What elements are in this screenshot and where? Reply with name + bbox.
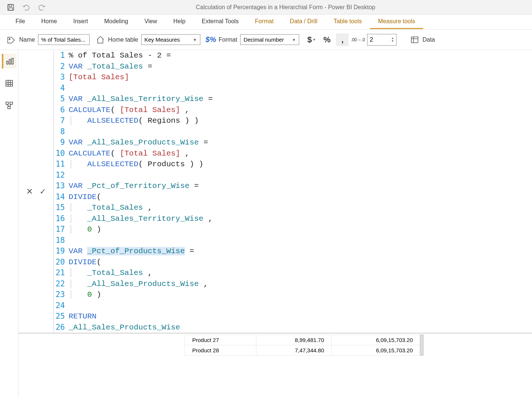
line-number: 19 bbox=[54, 246, 69, 257]
table-row[interactable]: Product 278,99,481.706,09,15,703.20 bbox=[185, 335, 421, 345]
chevron-down-icon: ▼ bbox=[292, 38, 296, 42]
name-label: Name bbox=[19, 36, 35, 43]
svg-rect-2 bbox=[9, 8, 13, 10]
code-line[interactable]: 19VAR _Pct_of_Products_Wise = bbox=[54, 246, 532, 257]
code-line[interactable]: 4 bbox=[54, 83, 532, 94]
code-line[interactable]: 8 bbox=[54, 126, 532, 137]
decimal-shift-icon[interactable]: .00→.0 bbox=[352, 34, 364, 46]
line-number: 2 bbox=[54, 61, 69, 72]
title-bar: Calculation of Percentages in a Hierarch… bbox=[0, 0, 532, 15]
svg-rect-16 bbox=[10, 102, 13, 104]
ribbon-tab-modeling[interactable]: Modeling bbox=[96, 15, 136, 29]
home-table-icon bbox=[96, 35, 105, 45]
svg-line-19 bbox=[10, 104, 11, 107]
format-icon: $% bbox=[206, 35, 216, 45]
code-line[interactable]: 18 bbox=[54, 235, 532, 246]
view-switcher bbox=[0, 50, 18, 398]
redo-icon[interactable] bbox=[38, 3, 46, 11]
code-line[interactable]: 9VAR _All_Sales_Products_Wise = bbox=[54, 137, 532, 148]
line-number: 21 bbox=[54, 268, 69, 279]
code-line[interactable]: 22│ _All_Sales_Products_Wise , bbox=[54, 279, 532, 290]
code-line[interactable]: 15│ _Total_Sales , bbox=[54, 202, 532, 213]
code-line[interactable]: 13VAR _Pct_of_Territory_Wise = bbox=[54, 181, 532, 192]
dax-editor[interactable]: 1% of Total Sales - 2 = 2VAR _Total_Sale… bbox=[54, 50, 532, 333]
code-line[interactable]: 23│ 0 ) bbox=[54, 289, 532, 300]
data-category-icon bbox=[410, 35, 419, 45]
line-number: 26 bbox=[54, 322, 69, 333]
code-line[interactable]: 2VAR _Total_Sales = bbox=[54, 61, 532, 72]
line-number: 10 bbox=[54, 148, 69, 159]
ribbon-tab-measure-tools[interactable]: Measure tools bbox=[370, 15, 424, 29]
decimals-spinner[interactable]: 2 ▲▼ bbox=[367, 34, 397, 46]
table-cell: Product 28 bbox=[185, 345, 256, 356]
format-value: Decimal number bbox=[243, 36, 284, 43]
code-line[interactable]: 14DIVIDE( bbox=[54, 192, 532, 203]
ribbon-tab-data-drill[interactable]: Data / Drill bbox=[282, 15, 326, 29]
undo-icon[interactable] bbox=[22, 3, 30, 11]
cancel-formula-button[interactable]: ✕ bbox=[26, 187, 33, 196]
code-line[interactable]: 25RETURN bbox=[54, 311, 532, 322]
ribbon-tab-home[interactable]: Home bbox=[33, 15, 65, 29]
ribbon-tab-help[interactable]: Help bbox=[165, 15, 194, 29]
code-line[interactable]: 5VAR _All_Sales_Territory_Wise = bbox=[54, 94, 532, 105]
table-row[interactable]: Product 287,47,344.806,09,15,703.20 bbox=[185, 345, 421, 356]
table-cell: 7,47,344.80 bbox=[256, 345, 332, 356]
code-line[interactable]: 26_All_Sales_Products_Wise bbox=[54, 322, 532, 333]
code-line[interactable]: 21│ _Total_Sales , bbox=[54, 268, 532, 279]
code-line[interactable]: 3[Total Sales] bbox=[54, 72, 532, 83]
code-line[interactable]: 1% of Total Sales - 2 = bbox=[54, 50, 532, 61]
svg-rect-10 bbox=[6, 80, 13, 86]
code-line[interactable]: 20DIVIDE( bbox=[54, 257, 532, 268]
measure-name-input[interactable] bbox=[38, 34, 90, 45]
code-line[interactable]: 12 bbox=[54, 170, 532, 181]
svg-rect-9 bbox=[12, 58, 13, 64]
ribbon-tab-external-tools[interactable]: External Tools bbox=[194, 15, 247, 29]
code-line[interactable]: 10CALCULATE( [Total Sales] , bbox=[54, 148, 532, 159]
svg-rect-15 bbox=[6, 102, 8, 104]
line-number: 9 bbox=[54, 137, 69, 148]
ribbon-tab-table-tools[interactable]: Table tools bbox=[325, 15, 370, 29]
spin-down-icon[interactable]: ▼ bbox=[391, 40, 394, 43]
svg-rect-1 bbox=[9, 4, 12, 6]
table-preview: Product 278,99,481.706,09,15,703.20Produ… bbox=[184, 335, 421, 356]
ribbon-tab-format[interactable]: Format bbox=[247, 15, 282, 29]
report-view-button[interactable] bbox=[2, 54, 17, 69]
percent-button[interactable]: % bbox=[321, 34, 333, 46]
line-number: 15 bbox=[54, 202, 69, 213]
format-label: Format bbox=[219, 36, 238, 43]
svg-rect-8 bbox=[9, 59, 11, 64]
line-number: 18 bbox=[54, 235, 69, 246]
ribbon-tab-view[interactable]: View bbox=[136, 15, 165, 29]
save-icon[interactable] bbox=[7, 3, 15, 11]
svg-line-18 bbox=[7, 104, 9, 107]
line-number: 12 bbox=[54, 170, 69, 181]
code-line[interactable]: 7│ ALLSELECTED( Regions ) ) bbox=[54, 115, 532, 126]
commit-formula-button[interactable]: ✓ bbox=[39, 187, 46, 196]
code-line[interactable]: 11│ ALLSELECTED( Products ) ) bbox=[54, 159, 532, 170]
data-view-button[interactable] bbox=[2, 76, 17, 91]
code-line[interactable]: 16│ _All_Sales_Territory_Wise , bbox=[54, 213, 532, 224]
code-line[interactable]: 6CALCULATE( [Total Sales] , bbox=[54, 105, 532, 116]
format-select[interactable]: Decimal number ▼ bbox=[240, 34, 299, 45]
line-number: 20 bbox=[54, 257, 69, 268]
scrollbar[interactable] bbox=[420, 335, 424, 356]
home-table-select[interactable]: Key Measures ▼ bbox=[141, 34, 200, 45]
comma-button[interactable]: , bbox=[336, 34, 349, 46]
ribbon-tab-file[interactable]: File bbox=[7, 15, 33, 29]
ribbon-tab-insert[interactable]: Insert bbox=[65, 15, 96, 29]
line-number: 25 bbox=[54, 311, 69, 322]
data-label: Data bbox=[422, 36, 435, 43]
code-line[interactable]: 24 bbox=[54, 300, 532, 311]
currency-button[interactable]: $▾ bbox=[305, 34, 318, 46]
line-number: 1 bbox=[54, 50, 69, 61]
model-view-button[interactable] bbox=[2, 98, 17, 113]
window-title: Calculation of Percentages in a Hierarch… bbox=[46, 4, 525, 11]
line-number: 11 bbox=[54, 159, 69, 170]
line-number: 6 bbox=[54, 105, 69, 116]
chevron-down-icon: ▼ bbox=[193, 38, 197, 42]
line-number: 7 bbox=[54, 115, 69, 126]
line-number: 22 bbox=[54, 279, 69, 290]
line-number: 24 bbox=[54, 300, 69, 311]
code-line[interactable]: 17│ 0 ) bbox=[54, 224, 532, 235]
line-number: 8 bbox=[54, 126, 69, 137]
